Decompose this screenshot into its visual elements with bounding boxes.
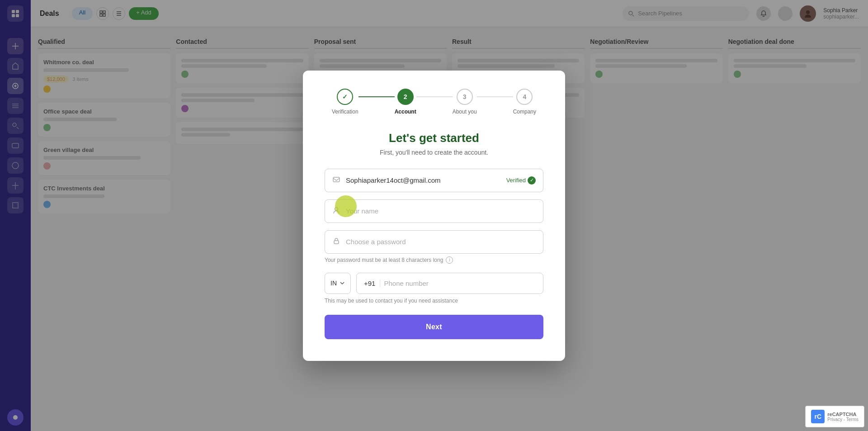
step-about: 3 About you (453, 89, 477, 115)
email-field: Verified ✓ (325, 169, 543, 192)
password-field (325, 230, 543, 254)
phone-input[interactable] (384, 279, 536, 287)
email-input[interactable] (346, 176, 501, 184)
lock-icon (332, 237, 340, 247)
password-hint: Your password must be at least 8 charact… (325, 256, 543, 264)
modal-title: Let's get started (325, 131, 543, 145)
step-4-circle: 4 (516, 89, 533, 105)
step-1-label: Verification (332, 109, 359, 115)
step-connector-2 (416, 96, 453, 97)
phone-prefix: +91 (364, 279, 380, 287)
verified-check-icon: ✓ (528, 176, 536, 185)
phone-hint: This may be used to contact you if you n… (325, 298, 543, 304)
step-2-circle: 2 (397, 89, 414, 105)
captcha-links: Privacy - Terms (827, 417, 859, 422)
info-icon: i (446, 256, 453, 264)
phone-row: IN +91 (325, 273, 543, 294)
captcha-logo: rC (811, 410, 825, 423)
verified-text: Verified (506, 177, 526, 184)
stepper: ✓ Verification 2 Account 3 About you 4 C… (325, 89, 543, 115)
modal-overlay: ✓ Verification 2 Account 3 About you 4 C… (0, 0, 868, 431)
modal-subtitle: First, you'll need to create the account… (325, 149, 543, 156)
step-account: 2 Account (395, 89, 416, 115)
step-connector-1 (359, 96, 395, 97)
svg-rect-15 (333, 177, 340, 182)
step-4-label: Company (513, 109, 536, 115)
step-company: 4 Company (513, 89, 536, 115)
password-input[interactable] (346, 238, 536, 246)
name-input[interactable] (346, 207, 536, 215)
step-1-circle: ✓ (337, 89, 353, 105)
svg-point-16 (335, 207, 338, 210)
captcha-box: rC reCAPTCHA Privacy - Terms (805, 406, 864, 427)
name-field (325, 199, 543, 223)
signup-modal: ✓ Verification 2 Account 3 About you 4 C… (303, 71, 565, 361)
step-connector-3 (477, 96, 513, 97)
verified-badge: Verified ✓ (506, 176, 536, 185)
next-button[interactable]: Next (325, 315, 543, 339)
country-select[interactable]: IN (325, 273, 351, 294)
step-2-label: Account (395, 109, 416, 115)
svg-rect-17 (334, 241, 339, 244)
captcha-title: reCAPTCHA (827, 412, 859, 417)
chevron-down-icon (340, 280, 345, 286)
person-icon (332, 206, 340, 216)
step-3-circle: 3 (457, 89, 473, 105)
email-icon (332, 175, 340, 185)
country-code: IN (330, 279, 337, 287)
step-3-label: About you (453, 109, 477, 115)
step-verification: ✓ Verification (332, 89, 359, 115)
phone-field: +91 (356, 273, 543, 294)
